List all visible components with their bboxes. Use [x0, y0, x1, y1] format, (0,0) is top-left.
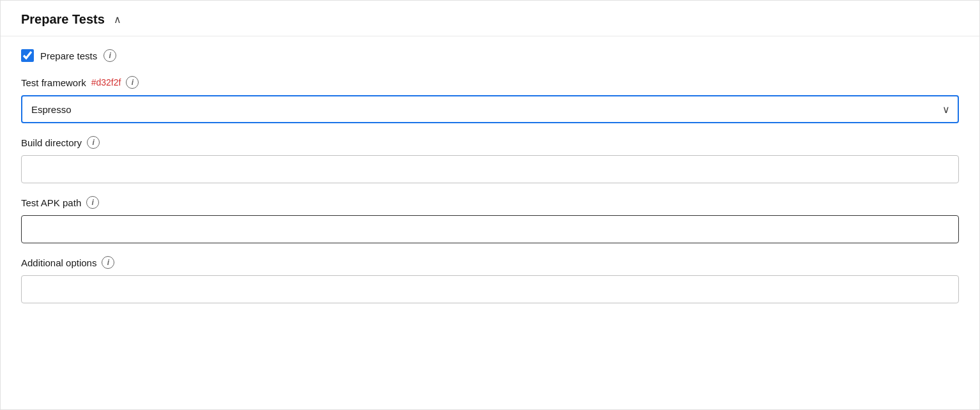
section-header: Prepare Tests ∧	[1, 1, 979, 36]
test-apk-path-input[interactable]	[21, 215, 959, 243]
test-framework-label: Test framework	[21, 77, 86, 88]
additional-options-input[interactable]	[21, 275, 959, 303]
test-apk-path-label-row: Test APK path i	[21, 196, 959, 209]
build-directory-row: Build directory i	[21, 136, 959, 183]
test-apk-path-row: Test APK path i	[21, 196, 959, 243]
prepare-tests-checkbox[interactable]	[21, 49, 34, 62]
additional-options-label: Additional options	[21, 257, 96, 268]
test-framework-row: Test framework #d32f2f i Espresso XCTest…	[21, 76, 959, 123]
prepare-tests-row: Prepare tests i	[21, 49, 959, 62]
chevron-up-icon[interactable]: ∧	[114, 13, 121, 26]
additional-options-row: Additional options i	[21, 256, 959, 303]
section-title: Prepare Tests	[21, 12, 105, 27]
test-framework-info-icon[interactable]: i	[126, 76, 139, 89]
additional-options-label-row: Additional options i	[21, 256, 959, 269]
prepare-tests-info-icon[interactable]: i	[103, 49, 116, 62]
test-framework-label-row: Test framework #d32f2f i	[21, 76, 959, 89]
section-body: Prepare tests i Test framework #d32f2f i…	[1, 36, 979, 331]
test-framework-required-star: #d32f2f	[91, 77, 121, 87]
prepare-tests-panel: Prepare Tests ∧ Prepare tests i Test fra…	[0, 0, 980, 410]
additional-options-info-icon[interactable]: i	[102, 256, 114, 269]
build-directory-info-icon[interactable]: i	[87, 136, 100, 149]
test-framework-select[interactable]: Espresso XCTest Robolectric JUnit	[21, 95, 959, 123]
prepare-tests-label: Prepare tests	[40, 50, 97, 61]
test-framework-select-wrapper: Espresso XCTest Robolectric JUnit ∨	[21, 95, 959, 123]
build-directory-label-row: Build directory i	[21, 136, 959, 149]
build-directory-input[interactable]	[21, 155, 959, 183]
test-apk-path-info-icon[interactable]: i	[86, 196, 99, 209]
build-directory-label: Build directory	[21, 137, 82, 148]
test-apk-path-label: Test APK path	[21, 197, 81, 208]
